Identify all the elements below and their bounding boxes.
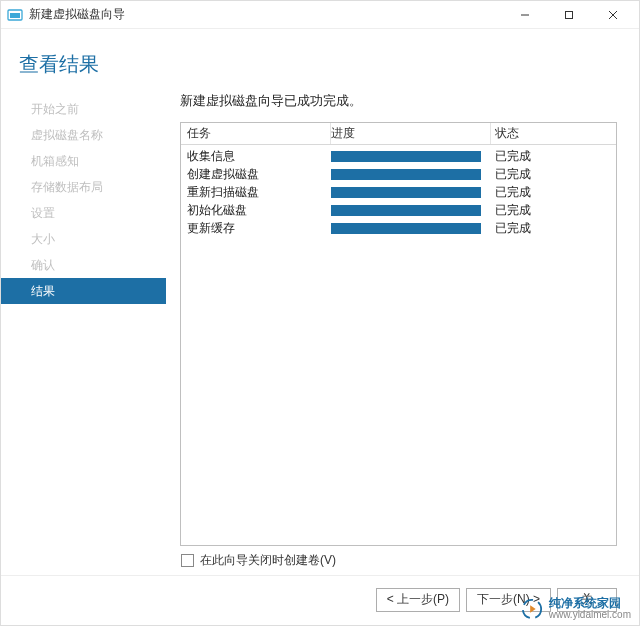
success-message: 新建虚拟磁盘向导已成功完成。 <box>180 92 617 110</box>
sidebar-item-settings[interactable]: 设置 <box>1 200 166 226</box>
results-box: 任务 进度 状态 收集信息 已完成 创建虚拟磁盘 已完成 <box>180 122 617 546</box>
titlebar: 新建虚拟磁盘向导 <box>1 1 639 29</box>
create-volume-checkbox[interactable] <box>181 554 194 567</box>
sidebar-item-disk-name[interactable]: 虚拟磁盘名称 <box>1 122 166 148</box>
window-controls <box>503 2 635 28</box>
app-icon <box>7 8 23 22</box>
results-header: 任务 进度 状态 <box>181 123 616 145</box>
maximize-icon <box>564 10 574 20</box>
wizard-window: 新建虚拟磁盘向导 查看结果 开始之前 虚拟磁盘名称 机箱感知 存储数据布局 设置… <box>0 0 640 626</box>
column-header-task[interactable]: 任务 <box>181 123 331 144</box>
create-volume-label: 在此向导关闭时创建卷(V) <box>200 552 336 569</box>
sidebar-item-layout[interactable]: 存储数据布局 <box>1 174 166 200</box>
maximize-button[interactable] <box>547 2 591 28</box>
main-panel: 新建虚拟磁盘向导已成功完成。 任务 进度 状态 收集信息 已完成 创建虚拟磁盘 <box>166 92 639 546</box>
page-heading: 查看结果 <box>19 51 639 78</box>
sidebar-item-results[interactable]: 结果 <box>1 278 166 304</box>
close-window-button[interactable] <box>591 2 635 28</box>
result-row[interactable]: 更新缓存 已完成 <box>181 219 616 237</box>
task-status: 已完成 <box>491 184 616 201</box>
result-row[interactable]: 初始化磁盘 已完成 <box>181 201 616 219</box>
progress-bar-icon <box>331 169 481 180</box>
task-progress <box>331 169 491 180</box>
results-rows: 收集信息 已完成 创建虚拟磁盘 已完成 重新扫描磁盘 已完成 <box>181 145 616 239</box>
svg-rect-3 <box>566 11 573 18</box>
minimize-icon <box>520 10 530 20</box>
close-icon <box>608 10 618 20</box>
sidebar-item-confirm[interactable]: 确认 <box>1 252 166 278</box>
watermark-url: www.yidaimei.com <box>549 609 631 621</box>
progress-bar-icon <box>331 205 481 216</box>
progress-bar-icon <box>331 151 481 162</box>
body-area: 开始之前 虚拟磁盘名称 机箱感知 存储数据布局 设置 大小 确认 结果 新建虚拟… <box>1 86 639 546</box>
task-status: 已完成 <box>491 166 616 183</box>
task-status: 已完成 <box>491 202 616 219</box>
task-progress <box>331 223 491 234</box>
sidebar-item-size[interactable]: 大小 <box>1 226 166 252</box>
window-title: 新建虚拟磁盘向导 <box>29 6 503 23</box>
task-progress <box>331 187 491 198</box>
svg-marker-7 <box>530 605 536 612</box>
task-name: 创建虚拟磁盘 <box>181 166 331 183</box>
result-row[interactable]: 创建虚拟磁盘 已完成 <box>181 165 616 183</box>
minimize-button[interactable] <box>503 2 547 28</box>
svg-rect-1 <box>10 13 20 18</box>
column-header-progress[interactable]: 进度 <box>331 123 491 144</box>
watermark-logo-icon <box>521 598 543 620</box>
watermark: 纯净系统家园 www.yidaimei.com <box>521 597 631 621</box>
progress-bar-icon <box>331 187 481 198</box>
watermark-text: 纯净系统家园 www.yidaimei.com <box>549 597 631 621</box>
result-row[interactable]: 收集信息 已完成 <box>181 147 616 165</box>
task-progress <box>331 151 491 162</box>
sidebar-item-before-begin[interactable]: 开始之前 <box>1 96 166 122</box>
watermark-title: 纯净系统家园 <box>549 597 631 609</box>
task-status: 已完成 <box>491 148 616 165</box>
task-status: 已完成 <box>491 220 616 237</box>
task-name: 收集信息 <box>181 148 331 165</box>
sidebar: 开始之前 虚拟磁盘名称 机箱感知 存储数据布局 设置 大小 确认 结果 <box>1 92 166 546</box>
task-name: 更新缓存 <box>181 220 331 237</box>
create-volume-row: 在此向导关闭时创建卷(V) <box>1 546 639 569</box>
result-row[interactable]: 重新扫描磁盘 已完成 <box>181 183 616 201</box>
sidebar-item-enclosure[interactable]: 机箱感知 <box>1 148 166 174</box>
progress-bar-icon <box>331 223 481 234</box>
previous-button[interactable]: < 上一步(P) <box>376 588 460 612</box>
column-header-status[interactable]: 状态 <box>491 123 616 144</box>
header-area: 查看结果 <box>1 29 639 86</box>
task-progress <box>331 205 491 216</box>
task-name: 重新扫描磁盘 <box>181 184 331 201</box>
task-name: 初始化磁盘 <box>181 202 331 219</box>
